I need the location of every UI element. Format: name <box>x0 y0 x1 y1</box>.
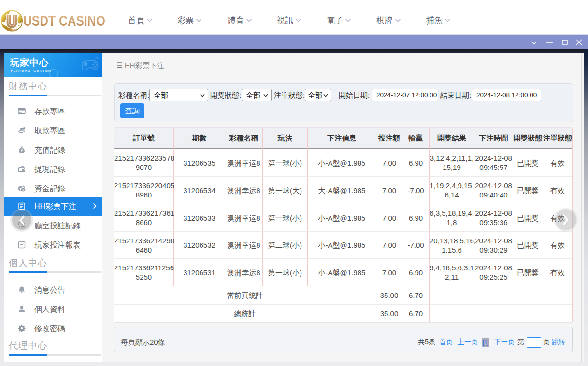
svg-text:CASINO: CASINO <box>6 28 17 31</box>
svg-text:¥: ¥ <box>21 149 23 152</box>
